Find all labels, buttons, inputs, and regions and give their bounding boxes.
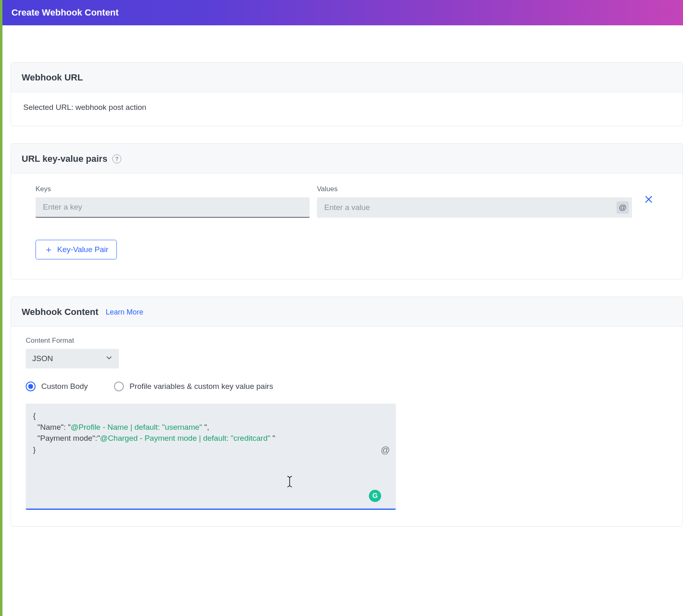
page-title: Create Webhook Content (11, 7, 118, 18)
webhook-content-body: Content Format JSON Custom Body Profile … (11, 327, 683, 526)
webhook-url-title: Webhook URL (22, 72, 83, 83)
kv-keys-label: Keys (36, 185, 310, 193)
radio-profile-vars[interactable]: Profile variables & custom key value pai… (114, 382, 273, 391)
kv-card-header: URL key-value pairs ? (11, 144, 683, 174)
kv-values-label: Values (317, 185, 632, 193)
body-editor-wrap: { "Name": "@Profile - Name | default: "u… (26, 404, 396, 510)
body-editor[interactable]: { "Name": "@Profile - Name | default: "u… (26, 404, 396, 509)
kv-keys-col: Keys (36, 185, 310, 218)
chevron-down-icon (106, 354, 112, 363)
at-mention-icon[interactable]: @ (616, 201, 629, 214)
code-line-3c: " (270, 434, 275, 442)
webhook-url-body: Selected URL: webhook post action (11, 92, 683, 126)
radio-icon (114, 382, 124, 391)
kv-title: URL key-value pairs (22, 154, 107, 164)
code-line: { (33, 411, 36, 420)
page-header: Create Webhook Content (2, 0, 683, 25)
at-mention-icon[interactable]: @ (379, 444, 391, 456)
close-icon (645, 196, 652, 203)
kv-values-col: Values @ (317, 185, 632, 218)
webhook-content-title: Webhook Content (22, 307, 98, 317)
learn-more-link[interactable]: Learn More (106, 308, 143, 317)
charged-mode-token: @Charged - Payment mode | default: "cred… (100, 434, 270, 442)
code-line-2a: "Name": " (33, 423, 71, 431)
webhook-content-header: Webhook Content Learn More (11, 297, 683, 327)
radio-icon (26, 382, 36, 391)
profile-name-token: @Profile - Name | default: "username" (71, 423, 202, 431)
kv-key-input[interactable] (36, 197, 310, 217)
kv-card: URL key-value pairs ? Keys Values (11, 143, 683, 279)
kv-value-input-wrap: @ (317, 197, 632, 218)
code-line-4: } (33, 445, 36, 454)
page-inner: Webhook URL Selected URL: webhook post a… (2, 25, 683, 527)
help-icon[interactable]: ? (112, 154, 121, 163)
webhook-content-card: Webhook Content Learn More Content Forma… (11, 297, 683, 527)
radio-profile-label: Profile variables & custom key value pai… (129, 382, 273, 391)
kv-value-input[interactable] (317, 197, 632, 218)
code-line-2c: ", (202, 423, 209, 431)
content-format-select[interactable]: JSON (26, 349, 119, 368)
body-mode-radio-group: Custom Body Profile variables & custom k… (26, 382, 668, 391)
kv-body: Keys Values @ (11, 174, 683, 279)
kv-row: Keys Values @ (36, 185, 658, 218)
content-format-label: Content Format (26, 337, 668, 345)
radio-custom-body[interactable]: Custom Body (26, 382, 88, 391)
radio-custom-label: Custom Body (41, 382, 88, 391)
page-body: Webhook URL Selected URL: webhook post a… (2, 25, 683, 616)
code-line-3a: "Payment mode":" (33, 434, 100, 442)
grammarly-icon[interactable]: G (369, 490, 381, 502)
webhook-url-selected: Selected URL: webhook post action (23, 103, 146, 112)
kv-remove-button[interactable] (639, 185, 658, 203)
kv-key-input-wrap (36, 197, 310, 218)
webhook-url-card: Webhook URL Selected URL: webhook post a… (11, 62, 683, 126)
plus-icon: ＋ (44, 245, 53, 254)
webhook-url-card-header: Webhook URL (11, 62, 683, 92)
add-kv-label: Key-Value Pair (57, 245, 108, 254)
add-kv-button[interactable]: ＋ Key-Value Pair (36, 240, 117, 259)
content-format-value: JSON (32, 354, 53, 363)
